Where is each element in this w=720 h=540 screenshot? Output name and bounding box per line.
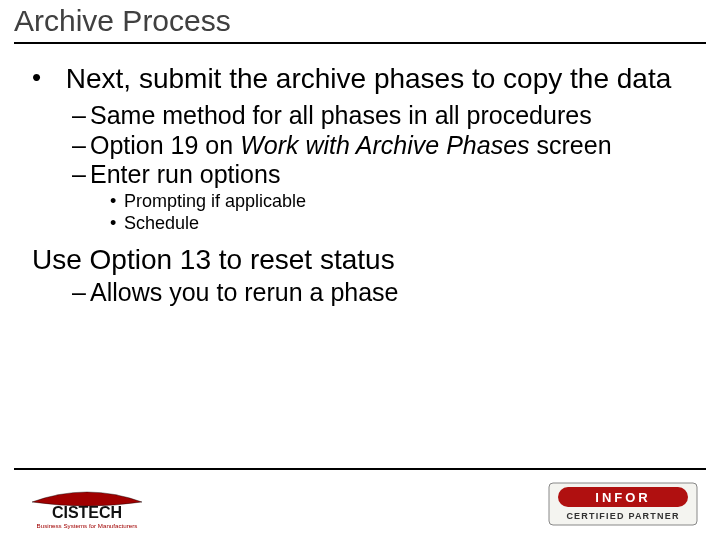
dash-icon: – — [72, 131, 90, 161]
bullet-level2: –Allows you to rerun a phase — [72, 278, 692, 308]
text-part: Option 19 on — [90, 131, 240, 159]
title-rule — [14, 42, 706, 44]
bullet-text: Enter run options — [90, 160, 680, 190]
bullet-dot-icon: • — [32, 62, 58, 93]
dash-icon: – — [72, 101, 90, 131]
level2-group: –Same method for all phases in all proce… — [72, 101, 692, 190]
bullet-level1: • Next, submit the archive phases to cop… — [32, 62, 692, 95]
bullet-dot-icon: • — [110, 190, 124, 213]
logo-text: INFOR — [595, 490, 650, 505]
bullet-text: Option 19 on Work with Archive Phases sc… — [90, 131, 680, 161]
bullet-level3: •Prompting if applicable — [110, 190, 692, 213]
bullet-text: Next, submit the archive phases to copy … — [66, 62, 686, 95]
logo-tagline: Business Systems for Manufacturers — [37, 522, 138, 529]
bullet-level2: –Same method for all phases in all proce… — [72, 101, 692, 131]
bullet-text: Prompting if applicable — [124, 191, 306, 211]
cistech-logo: CISTECH Business Systems for Manufacture… — [22, 488, 152, 530]
level3-group: •Prompting if applicable •Schedule — [110, 190, 692, 235]
infor-partner-logo: INFOR CERTIFIED PARTNER — [548, 482, 698, 526]
bullet-text: Allows you to rerun a phase — [90, 278, 680, 308]
logo-tagline: CERTIFIED PARTNER — [566, 511, 679, 521]
dash-icon: – — [72, 160, 90, 190]
bullet-level2: –Option 19 on Work with Archive Phases s… — [72, 131, 692, 161]
bullet-text: Same method for all phases in all proced… — [90, 101, 680, 131]
bullet-dot-icon: • — [110, 212, 124, 235]
text-part: screen — [530, 131, 612, 159]
slide-body: • Next, submit the archive phases to cop… — [32, 60, 692, 307]
bullet-level2: –Enter run options — [72, 160, 692, 190]
dash-icon: – — [72, 278, 90, 308]
slide: Archive Process • Next, submit the archi… — [0, 0, 720, 540]
footer-rule — [14, 468, 706, 470]
bullet-text: Schedule — [124, 213, 199, 233]
logo-text: CISTECH — [52, 504, 122, 521]
level2-group: –Allows you to rerun a phase — [72, 278, 692, 308]
plain-line: Use Option 13 to reset status — [32, 243, 692, 276]
italic-text: Work with Archive Phases — [240, 131, 529, 159]
slide-title: Archive Process — [14, 4, 231, 38]
bullet-level3: •Schedule — [110, 212, 692, 235]
